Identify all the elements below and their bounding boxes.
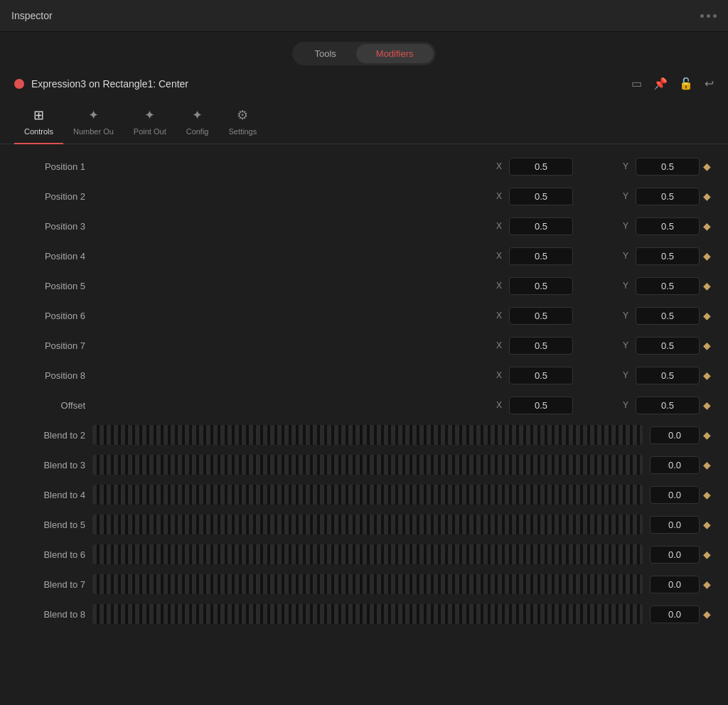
point-out-icon: ✦: [144, 107, 155, 123]
blend-diamond-4[interactable]: ◆: [700, 489, 714, 500]
blend-slider-4[interactable]: [92, 485, 643, 505]
position-row-2: Position 2 X Y ◆: [0, 181, 728, 211]
title-bar: Inspector: [0, 0, 728, 32]
pos-label-8: Position 8: [14, 370, 85, 381]
position-row-6: Position 6 X Y ◆: [0, 301, 728, 330]
tab-container: Tools Modifiers: [292, 42, 435, 65]
blend-value-4[interactable]: [650, 486, 700, 504]
blend-label-3: Blend to 3: [14, 460, 85, 470]
pos-x-input-4[interactable]: [509, 247, 573, 265]
pos-diamond-3[interactable]: ◆: [700, 220, 714, 232]
pos-y-input-8[interactable]: [636, 367, 700, 384]
pos-y-input-6[interactable]: [636, 307, 700, 325]
pos-diamond-7[interactable]: ◆: [700, 340, 714, 351]
blend-value-3[interactable]: [650, 456, 700, 474]
pos-y-input-2[interactable]: [636, 188, 700, 205]
blend-value-8[interactable]: [650, 606, 700, 623]
title-dots[interactable]: [700, 14, 717, 18]
blend-slider-track-4: [92, 485, 643, 505]
blend-label-7: Blend to 7: [14, 579, 85, 590]
pos-y-axis-3: Y: [619, 221, 633, 231]
blend-slider-5[interactable]: [92, 515, 643, 534]
pos-diamond-1[interactable]: ◆: [700, 161, 714, 172]
positions-container: Position 1 X Y ◆ Position 2 X Y ◆ Positi…: [0, 151, 728, 390]
pos-diamond-5[interactable]: ◆: [700, 280, 714, 291]
blend-value-5[interactable]: [650, 516, 700, 534]
pos-y-input-5[interactable]: [636, 277, 700, 295]
blend-row-6: Blend to 6 ◆: [0, 539, 728, 569]
dot-1: [700, 14, 704, 18]
offset-x-input[interactable]: [509, 397, 573, 414]
pin-icon[interactable]: 📌: [653, 77, 668, 90]
pos-diamond-6[interactable]: ◆: [700, 310, 714, 321]
tab-config[interactable]: ✦ Config: [176, 102, 219, 144]
pos-y-axis-5: Y: [619, 281, 633, 291]
pos-x-input-5[interactable]: [509, 277, 573, 295]
pos-x-input-7[interactable]: [509, 337, 573, 355]
blend-diamond-3[interactable]: ◆: [700, 459, 714, 470]
blend-value-2[interactable]: [650, 426, 700, 444]
tab-number-out[interactable]: ✦ Number Ou: [63, 102, 124, 144]
pos-label-1: Position 1: [14, 161, 85, 172]
blends-container: Blend to 2 ◆ Blend to 3 ◆ Blend to 4 ◆ B…: [0, 420, 728, 629]
pos-y-axis-8: Y: [619, 370, 633, 380]
window-title: Inspector: [11, 10, 53, 21]
number-out-icon: ✦: [88, 107, 99, 123]
tab-tools[interactable]: Tools: [294, 44, 355, 63]
blend-diamond-5[interactable]: ◆: [700, 519, 714, 530]
pos-y-input-1[interactable]: [636, 158, 700, 176]
offset-diamond[interactable]: ◆: [700, 399, 714, 411]
pos-y-input-7[interactable]: [636, 337, 700, 355]
blend-diamond-2[interactable]: ◆: [700, 429, 714, 441]
blend-value-7[interactable]: [650, 576, 700, 593]
position-row-1: Position 1 X Y ◆: [0, 151, 728, 181]
blend-slider-2[interactable]: [92, 425, 643, 445]
config-icon: ✦: [192, 107, 203, 123]
tab-modifiers[interactable]: Modifiers: [356, 44, 434, 63]
blend-diamond-7[interactable]: ◆: [700, 578, 714, 590]
pos-label-6: Position 6: [14, 311, 85, 321]
offset-y-input[interactable]: [636, 397, 700, 414]
pos-y-input-4[interactable]: [636, 247, 700, 265]
pos-x-input-8[interactable]: [509, 367, 573, 384]
blend-slider-8[interactable]: [92, 604, 643, 624]
content-area: Position 1 X Y ◆ Position 2 X Y ◆ Positi…: [0, 144, 728, 705]
tab-controls[interactable]: ⊞ Controls: [14, 102, 63, 144]
window-icon[interactable]: ▭: [631, 77, 642, 90]
reset-icon[interactable]: ↩: [705, 77, 714, 90]
control-tabs: ⊞ Controls ✦ Number Ou ✦ Point Out ✦ Con…: [0, 102, 728, 144]
pos-x-input-3[interactable]: [509, 217, 573, 235]
offset-y-label: Y: [619, 400, 633, 410]
pos-y-input-3[interactable]: [636, 217, 700, 235]
active-indicator: [14, 79, 24, 89]
blend-label-6: Blend to 6: [14, 549, 85, 560]
blend-slider-3[interactable]: [92, 455, 643, 475]
settings-icon: ⚙: [237, 107, 248, 123]
blend-diamond-8[interactable]: ◆: [700, 608, 714, 620]
pos-diamond-4[interactable]: ◆: [700, 250, 714, 262]
pos-diamond-8[interactable]: ◆: [700, 370, 714, 381]
pos-label-2: Position 2: [14, 191, 85, 202]
blend-slider-6[interactable]: [92, 544, 643, 564]
pos-x-input-6[interactable]: [509, 307, 573, 325]
blend-slider-track-5: [92, 515, 643, 534]
offset-label: Offset: [14, 400, 85, 411]
pos-x-axis-5: X: [492, 281, 506, 291]
tab-settings[interactable]: ⚙ Settings: [218, 102, 267, 144]
pos-diamond-2[interactable]: ◆: [700, 190, 714, 202]
lock-icon[interactable]: 🔓: [679, 77, 693, 90]
pos-x-axis-8: X: [492, 370, 506, 380]
pos-y-axis-2: Y: [619, 191, 633, 201]
blend-row-3: Blend to 3 ◆: [0, 450, 728, 480]
pos-label-5: Position 5: [14, 281, 85, 291]
blend-value-6[interactable]: [650, 546, 700, 564]
tab-point-out[interactable]: ✦ Point Out: [124, 102, 176, 144]
pos-x-input-1[interactable]: [509, 158, 573, 176]
pos-x-input-2[interactable]: [509, 188, 573, 205]
blend-diamond-6[interactable]: ◆: [700, 549, 714, 560]
position-row-8: Position 8 X Y ◆: [0, 360, 728, 390]
pos-x-axis-1: X: [492, 161, 506, 171]
blend-slider-7[interactable]: [92, 574, 643, 594]
pos-x-axis-6: X: [492, 311, 506, 321]
blend-row-2: Blend to 2 ◆: [0, 420, 728, 450]
